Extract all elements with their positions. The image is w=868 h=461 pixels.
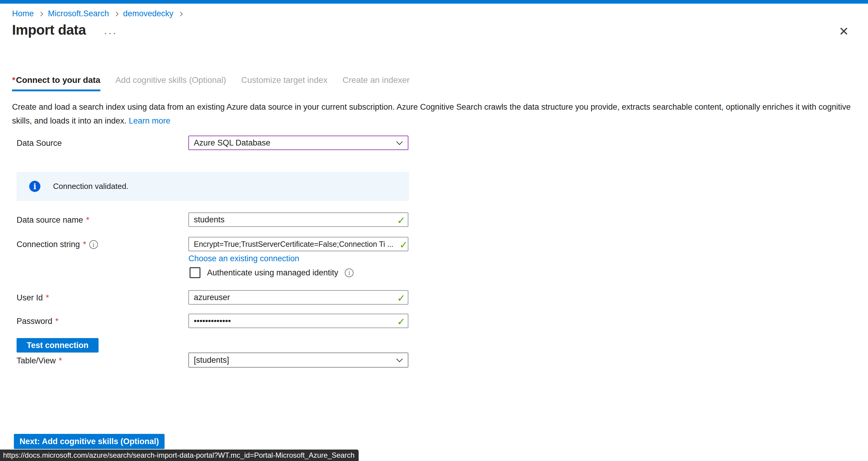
wizard-tabs: *Connect to your data Add cognitive skil… — [12, 75, 410, 91]
label-text: Connection string — [17, 240, 80, 249]
info-icon[interactable]: i — [89, 240, 98, 249]
next-add-cognitive-skills-button[interactable]: Next: Add cognitive skills (Optional) — [14, 434, 164, 449]
chevron-down-icon — [396, 139, 403, 145]
tab-customize-target-index[interactable]: Customize target index — [241, 75, 327, 91]
import-data-page: Home Microsoft.Search demovedecky Import… — [0, 0, 868, 461]
context-menu-ellipsis-icon[interactable]: ··· — [104, 28, 118, 38]
managed-identity-checkbox[interactable] — [190, 267, 200, 278]
breadcrumb: Home Microsoft.Search demovedecky — [12, 9, 182, 19]
table-view-value: [students] — [194, 356, 229, 365]
azure-top-accent-bar — [0, 0, 868, 4]
tab-label: Customize target index — [241, 75, 327, 85]
managed-identity-row: Authenticate using managed identity i — [190, 267, 353, 279]
chevron-right-icon — [178, 12, 183, 17]
password-input[interactable] — [188, 314, 408, 328]
required-asterisk: * — [83, 240, 86, 249]
data-source-label: Data Source — [17, 139, 62, 148]
user-id-input[interactable] — [188, 290, 408, 305]
page-description: Create and load a search index using dat… — [12, 100, 857, 128]
info-icon[interactable]: i — [345, 269, 353, 277]
required-asterisk: * — [46, 293, 49, 303]
connection-string-label: Connection string* i — [17, 240, 98, 249]
data-source-value: Azure SQL Database — [194, 138, 270, 148]
tab-label: Add cognitive skills (Optional) — [116, 75, 226, 85]
close-icon[interactable]: ✕ — [839, 25, 849, 37]
label-text: Data source name — [17, 215, 83, 225]
browser-status-url: https://docs.microsoft.com/azure/search/… — [0, 450, 359, 461]
data-source-select[interactable]: Azure SQL Database — [188, 135, 408, 150]
user-id-label: User Id* — [17, 293, 49, 303]
learn-more-link[interactable]: Learn more — [129, 116, 170, 125]
tab-label: Connect to your data — [16, 75, 100, 85]
table-view-select[interactable]: [students] — [188, 352, 408, 368]
required-asterisk: * — [59, 356, 62, 366]
test-connection-button[interactable]: Test connection — [17, 338, 98, 352]
notice-text: Connection validated. — [53, 182, 128, 191]
managed-identity-label: Authenticate using managed identity — [207, 268, 338, 277]
page-title: Import data — [12, 22, 86, 38]
required-asterisk: * — [12, 75, 16, 85]
tab-add-cognitive-skills[interactable]: Add cognitive skills (Optional) — [116, 75, 226, 91]
label-text: Password — [17, 317, 53, 326]
info-icon: i — [29, 181, 40, 192]
tab-create-an-indexer[interactable]: Create an indexer — [343, 75, 410, 91]
breadcrumb-microsoft-search[interactable]: Microsoft.Search — [48, 9, 109, 19]
tab-label: Create an indexer — [343, 75, 410, 85]
chevron-down-icon — [396, 356, 403, 362]
data-source-name-input[interactable] — [188, 212, 408, 227]
breadcrumb-home[interactable]: Home — [12, 9, 34, 19]
password-label: Password* — [17, 317, 59, 326]
breadcrumb-demovedecky[interactable]: demovedecky — [123, 9, 174, 19]
tab-connect-to-your-data[interactable]: *Connect to your data — [12, 75, 100, 91]
label-text: Table/View — [17, 356, 56, 366]
choose-existing-connection-link[interactable]: Choose an existing connection — [188, 254, 299, 263]
required-asterisk: * — [86, 215, 90, 225]
label-text: User Id — [17, 293, 43, 303]
chevron-right-icon — [114, 12, 119, 17]
table-view-label: Table/View* — [17, 356, 62, 366]
data-source-name-label: Data source name* — [17, 215, 89, 225]
status-url-text: https://docs.microsoft.com/azure/search/… — [3, 451, 354, 460]
required-asterisk: * — [56, 317, 59, 326]
connection-validated-banner: i Connection validated. — [17, 172, 409, 201]
connection-string-input[interactable] — [188, 237, 408, 251]
chevron-right-icon — [38, 12, 43, 17]
